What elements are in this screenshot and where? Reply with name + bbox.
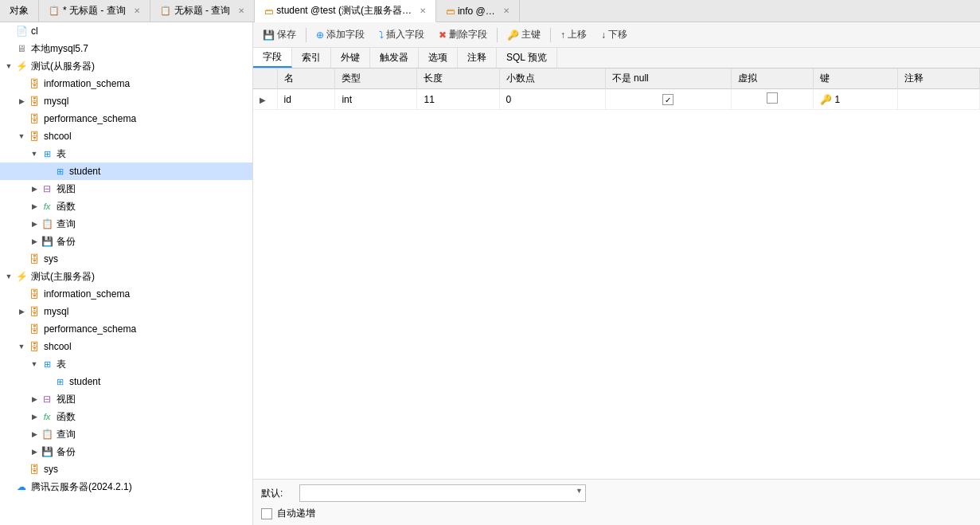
sidebar-item-tables1[interactable]: ▼ ⊞ 表 bbox=[0, 145, 252, 163]
virtual-checkbox[interactable] bbox=[767, 92, 778, 104]
sidebar-item-information-schema1[interactable]: 🗄 information_schema bbox=[0, 75, 252, 92]
sidebar-label-local-mysql: 本地mysql5.7 bbox=[31, 42, 249, 56]
col-length-header: 长度 bbox=[417, 69, 499, 89]
sub-tab-triggers[interactable]: 触发器 bbox=[370, 48, 419, 68]
row-comment-cell[interactable] bbox=[897, 89, 979, 110]
row-length-cell[interactable]: 11 bbox=[417, 89, 499, 110]
move-up-label: 上移 bbox=[568, 28, 587, 41]
sidebar-label-views2: 视图 bbox=[57, 393, 249, 406]
delete-field-icon: ✖ bbox=[439, 29, 447, 41]
default-select[interactable] bbox=[299, 484, 586, 502]
sidebar-item-sys2[interactable]: 🗄 sys bbox=[0, 460, 252, 478]
sidebar-item-performance-schema1[interactable]: 🗄 performance_schema bbox=[0, 110, 252, 127]
tab-query1-close[interactable]: ✕ bbox=[134, 6, 140, 15]
tab-info-close[interactable]: ✕ bbox=[503, 6, 510, 15]
sidebar-label-tables1: 表 bbox=[57, 147, 249, 161]
tab-query2-icon: 📋 bbox=[160, 6, 171, 16]
sidebar-item-backups1[interactable]: ▶ 💾 备份 bbox=[0, 233, 252, 250]
sidebar-item-queries1[interactable]: ▶ 📋 查询 bbox=[0, 215, 252, 233]
insert-field-button[interactable]: ⤵ 插入字段 bbox=[374, 26, 429, 43]
toggle-backups2: ▶ bbox=[29, 448, 40, 456]
sidebar-item-cl[interactable]: 📄 cl bbox=[0, 22, 252, 40]
sub-tab-options-label: 选项 bbox=[428, 51, 447, 65]
row-virtual-cell[interactable] bbox=[732, 89, 814, 110]
table-area: 名 类型 长度 小数点 不是 null bbox=[253, 69, 980, 479]
toggle-test-slave: ▼ bbox=[3, 62, 14, 70]
sub-tab-indexes[interactable]: 索引 bbox=[292, 48, 331, 68]
row-notnull-cell[interactable]: ✓ bbox=[605, 89, 731, 110]
sidebar-item-performance-schema2[interactable]: 🗄 performance_schema bbox=[0, 320, 252, 338]
db-icon: 🗄 bbox=[27, 341, 41, 353]
main-area: 📄 cl 🖥 本地mysql5.7 ▼ ⚡ 测试(从服务器) 🗄 informa… bbox=[0, 22, 980, 525]
sidebar-item-test-slave[interactable]: ▼ ⚡ 测试(从服务器) bbox=[0, 57, 252, 75]
sidebar-label-sys2: sys bbox=[44, 464, 249, 475]
sidebar-label-queries1: 查询 bbox=[57, 217, 249, 231]
sidebar-item-views2[interactable]: ▶ ⊟ 视图 bbox=[0, 390, 252, 408]
tab-bar: 对象 📋 * 无标题 - 查询 ✕ 📋 无标题 - 查询 ✕ 🗃 student… bbox=[0, 0, 980, 22]
sidebar-label-sys1: sys bbox=[44, 253, 249, 264]
sidebar-label-views1: 视图 bbox=[57, 182, 249, 196]
sidebar-item-tables2[interactable]: ▼ ⊞ 表 bbox=[0, 355, 252, 373]
file-icon: 📄 bbox=[14, 25, 29, 37]
col-type-header: 类型 bbox=[335, 69, 417, 89]
sub-tab-bar: 字段 索引 外键 触发器 选项 注释 SQL 预览 bbox=[253, 48, 980, 69]
db-icon: 🗄 bbox=[27, 306, 41, 318]
delete-field-button[interactable]: ✖ 删除字段 bbox=[434, 26, 492, 43]
primary-key-label: 主键 bbox=[521, 28, 541, 41]
sidebar-item-shcool1[interactable]: ▼ 🗄 shcool bbox=[0, 127, 252, 145]
tab-object[interactable]: 对象 bbox=[0, 0, 39, 22]
autoincrement-checkbox[interactable] bbox=[261, 508, 272, 519]
tab-info[interactable]: 🗃 info @… ✕ bbox=[436, 0, 520, 22]
primary-key-button[interactable]: 🔑 主键 bbox=[502, 26, 545, 43]
tab-query2[interactable]: 📋 无标题 - 查询 ✕ bbox=[150, 0, 256, 22]
row-name-cell[interactable]: id bbox=[277, 89, 335, 110]
sidebar-item-mysql1[interactable]: ▶ 🗄 mysql bbox=[0, 92, 252, 110]
server-master-icon: ⚡ bbox=[14, 271, 29, 282]
col-virtual-header: 虚拟 bbox=[732, 69, 814, 89]
save-button[interactable]: 💾 保存 bbox=[258, 26, 301, 43]
db-icon: 🗄 bbox=[27, 96, 41, 108]
db-icon: 🗄 bbox=[27, 253, 41, 265]
tab-query2-close[interactable]: ✕ bbox=[238, 6, 244, 15]
sidebar-item-test-master[interactable]: ▼ ⚡ 测试(主服务器) bbox=[0, 268, 252, 285]
sidebar-item-information-schema2[interactable]: 🗄 information_schema bbox=[0, 285, 252, 303]
tab-query1[interactable]: 📋 * 无标题 - 查询 ✕ bbox=[39, 0, 150, 22]
sidebar-item-views1[interactable]: ▶ ⊟ 视图 bbox=[0, 180, 252, 198]
sub-tab-fields[interactable]: 字段 bbox=[253, 48, 292, 68]
not-null-checkbox[interactable]: ✓ bbox=[662, 94, 674, 105]
sub-tab-indexes-label: 索引 bbox=[302, 51, 321, 65]
col-decimal-header: 小数点 bbox=[499, 69, 605, 89]
sidebar-item-queries2[interactable]: ▶ 📋 查询 bbox=[0, 425, 252, 443]
tab-student[interactable]: 🗃 student @test (测试(主服务器… ✕ bbox=[255, 0, 436, 22]
sub-tab-options[interactable]: 选项 bbox=[419, 48, 458, 68]
sub-tab-sql-preview[interactable]: SQL 预览 bbox=[497, 48, 557, 68]
row-decimal-cell[interactable]: 0 bbox=[499, 89, 605, 110]
tab-query1-icon: 📋 bbox=[49, 6, 60, 16]
tab-student-close[interactable]: ✕ bbox=[420, 6, 426, 15]
table-icon: ⊞ bbox=[53, 167, 67, 177]
col-key-header: 键 bbox=[814, 69, 898, 89]
field-table: 名 类型 长度 小数点 不是 null bbox=[253, 69, 980, 110]
sub-tab-comment[interactable]: 注释 bbox=[458, 48, 497, 68]
delete-field-label: 删除字段 bbox=[449, 28, 487, 41]
sidebar-item-tencent[interactable]: ☁ 腾讯云服务器(2024.2.1) bbox=[0, 478, 252, 496]
move-up-button[interactable]: ↑ 上移 bbox=[556, 26, 592, 43]
sidebar-item-sys1[interactable]: 🗄 sys bbox=[0, 250, 252, 268]
row-type-cell[interactable]: int bbox=[335, 89, 417, 110]
sidebar-item-funcs2[interactable]: ▶ fx 函数 bbox=[0, 408, 252, 425]
sidebar-item-student2[interactable]: ⊞ student bbox=[0, 373, 252, 390]
add-field-button[interactable]: ⊕ 添加字段 bbox=[311, 26, 369, 43]
sidebar-item-funcs1[interactable]: ▶ fx 函数 bbox=[0, 198, 252, 215]
move-down-button[interactable]: ↓ 下移 bbox=[596, 26, 632, 43]
sidebar-item-local-mysql[interactable]: 🖥 本地mysql5.7 bbox=[0, 40, 252, 57]
sidebar-item-backups2[interactable]: ▶ 💾 备份 bbox=[0, 443, 252, 460]
toggle-backups1: ▶ bbox=[29, 237, 40, 245]
sidebar-item-student1[interactable]: ⊞ student bbox=[0, 163, 252, 180]
sub-tab-foreign[interactable]: 外键 bbox=[331, 48, 370, 68]
toggle-tables1: ▼ bbox=[29, 150, 40, 158]
sidebar-item-mysql2[interactable]: ▶ 🗄 mysql bbox=[0, 303, 252, 320]
table-row[interactable]: ▶ id int 11 0 bbox=[253, 89, 980, 110]
tab-query1-label: * 无标题 - 查询 bbox=[63, 4, 126, 18]
sidebar-item-shcool2[interactable]: ▼ 🗄 shcool bbox=[0, 338, 252, 355]
db-icon: 🗄 bbox=[27, 464, 41, 476]
